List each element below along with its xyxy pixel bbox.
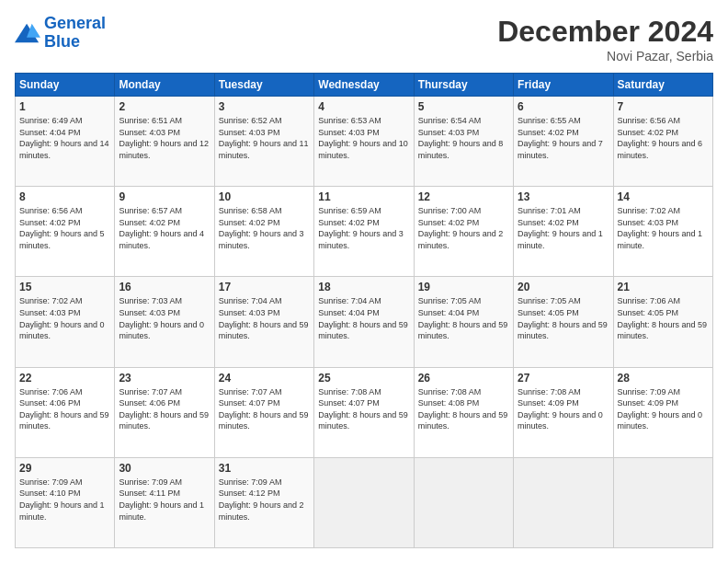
day-number: 2 <box>119 100 210 113</box>
day-number: 24 <box>219 372 310 385</box>
calendar-day-cell: 6 Sunrise: 6:55 AM Sunset: 4:02 PM Dayli… <box>514 97 613 187</box>
day-number: 6 <box>518 100 609 113</box>
day-number: 8 <box>19 190 110 203</box>
day-info: Sunrise: 6:58 AM Sunset: 4:02 PM Dayligh… <box>219 205 310 251</box>
day-number: 18 <box>318 281 409 293</box>
col-monday: Monday <box>115 74 214 97</box>
day-number: 25 <box>318 372 409 385</box>
day-info: Sunrise: 6:55 AM Sunset: 4:02 PM Dayligh… <box>518 115 609 161</box>
calendar-day-cell: 11 Sunrise: 6:59 AM Sunset: 4:02 PM Dayl… <box>314 187 414 277</box>
day-number: 28 <box>618 372 709 385</box>
calendar-day-cell: 7 Sunrise: 6:56 AM Sunset: 4:02 PM Dayli… <box>613 97 712 187</box>
day-info: Sunrise: 6:53 AM Sunset: 4:03 PM Dayligh… <box>318 115 409 161</box>
col-tuesday: Tuesday <box>214 74 313 97</box>
calendar-day-cell: 12 Sunrise: 7:00 AM Sunset: 4:02 PM Dayl… <box>414 187 513 277</box>
logo-line1: General <box>44 14 106 32</box>
calendar-day-cell: 14 Sunrise: 7:02 AM Sunset: 4:03 PM Dayl… <box>613 187 712 277</box>
day-number: 21 <box>618 281 709 293</box>
col-sunday: Sunday <box>16 74 115 97</box>
calendar-day-cell: 25 Sunrise: 7:08 AM Sunset: 4:07 PM Dayl… <box>314 367 414 457</box>
day-number: 29 <box>19 462 110 475</box>
day-info: Sunrise: 7:08 AM Sunset: 4:07 PM Dayligh… <box>318 386 409 432</box>
calendar-day-cell: 8 Sunrise: 6:56 AM Sunset: 4:02 PM Dayli… <box>16 187 115 277</box>
day-number: 3 <box>219 100 310 113</box>
day-number: 31 <box>219 462 310 475</box>
day-number: 13 <box>518 190 609 203</box>
calendar-day-cell <box>514 457 613 547</box>
col-saturday: Saturday <box>613 74 712 97</box>
day-info: Sunrise: 7:02 AM Sunset: 4:03 PM Dayligh… <box>19 295 110 341</box>
calendar-day-cell: 23 Sunrise: 7:07 AM Sunset: 4:06 PM Dayl… <box>115 367 214 457</box>
day-number: 14 <box>618 190 709 203</box>
day-number: 22 <box>19 372 110 385</box>
calendar-day-cell: 20 Sunrise: 7:05 AM Sunset: 4:05 PM Dayl… <box>514 277 613 367</box>
month-title: December 2024 <box>497 15 713 49</box>
calendar-day-cell: 15 Sunrise: 7:02 AM Sunset: 4:03 PM Dayl… <box>16 277 115 367</box>
day-number: 23 <box>119 372 210 385</box>
day-info: Sunrise: 7:09 AM Sunset: 4:09 PM Dayligh… <box>618 386 709 432</box>
day-number: 10 <box>219 190 310 203</box>
day-number: 27 <box>518 372 609 385</box>
calendar-week-row: 29 Sunrise: 7:09 AM Sunset: 4:10 PM Dayl… <box>16 457 713 547</box>
day-info: Sunrise: 6:51 AM Sunset: 4:03 PM Dayligh… <box>119 115 210 161</box>
calendar-day-cell: 4 Sunrise: 6:53 AM Sunset: 4:03 PM Dayli… <box>314 97 414 187</box>
day-info: Sunrise: 7:08 AM Sunset: 4:09 PM Dayligh… <box>518 386 609 432</box>
day-number: 9 <box>119 190 210 203</box>
col-thursday: Thursday <box>414 74 513 97</box>
day-number: 19 <box>418 281 509 293</box>
day-info: Sunrise: 7:02 AM Sunset: 4:03 PM Dayligh… <box>618 205 709 251</box>
calendar-day-cell: 30 Sunrise: 7:09 AM Sunset: 4:11 PM Dayl… <box>115 457 214 547</box>
calendar-day-cell: 31 Sunrise: 7:09 AM Sunset: 4:12 PM Dayl… <box>214 457 313 547</box>
day-info: Sunrise: 7:08 AM Sunset: 4:08 PM Dayligh… <box>418 386 509 432</box>
day-number: 20 <box>518 281 609 293</box>
day-number: 30 <box>119 462 210 475</box>
calendar-table: Sunday Monday Tuesday Wednesday Thursday… <box>15 73 713 548</box>
calendar-week-row: 8 Sunrise: 6:56 AM Sunset: 4:02 PM Dayli… <box>16 187 713 277</box>
day-info: Sunrise: 7:04 AM Sunset: 4:03 PM Dayligh… <box>219 295 310 341</box>
day-info: Sunrise: 6:57 AM Sunset: 4:02 PM Dayligh… <box>119 205 210 251</box>
calendar-header-row: Sunday Monday Tuesday Wednesday Thursday… <box>16 74 713 97</box>
calendar-week-row: 22 Sunrise: 7:06 AM Sunset: 4:06 PM Dayl… <box>16 367 713 457</box>
logo-text: General Blue <box>44 15 106 52</box>
calendar-day-cell: 5 Sunrise: 6:54 AM Sunset: 4:03 PM Dayli… <box>414 97 513 187</box>
calendar-day-cell: 24 Sunrise: 7:07 AM Sunset: 4:07 PM Dayl… <box>214 367 313 457</box>
day-info: Sunrise: 6:54 AM Sunset: 4:03 PM Dayligh… <box>418 115 509 161</box>
calendar-day-cell: 22 Sunrise: 7:06 AM Sunset: 4:06 PM Dayl… <box>16 367 115 457</box>
title-area: December 2024 Novi Pazar, Serbia <box>497 15 713 63</box>
day-info: Sunrise: 6:56 AM Sunset: 4:02 PM Dayligh… <box>618 115 709 161</box>
header: General Blue December 2024 Novi Pazar, S… <box>15 15 713 63</box>
day-number: 1 <box>19 100 110 113</box>
calendar-day-cell: 17 Sunrise: 7:04 AM Sunset: 4:03 PM Dayl… <box>214 277 313 367</box>
calendar-day-cell: 27 Sunrise: 7:08 AM Sunset: 4:09 PM Dayl… <box>514 367 613 457</box>
calendar-day-cell: 19 Sunrise: 7:05 AM Sunset: 4:04 PM Dayl… <box>414 277 513 367</box>
day-info: Sunrise: 7:09 AM Sunset: 4:10 PM Dayligh… <box>19 477 110 523</box>
logo: General Blue <box>15 15 106 52</box>
day-info: Sunrise: 7:09 AM Sunset: 4:12 PM Dayligh… <box>219 477 310 523</box>
col-wednesday: Wednesday <box>314 74 414 97</box>
day-info: Sunrise: 7:09 AM Sunset: 4:11 PM Dayligh… <box>119 477 210 523</box>
day-info: Sunrise: 7:04 AM Sunset: 4:04 PM Dayligh… <box>318 295 409 341</box>
day-info: Sunrise: 7:05 AM Sunset: 4:04 PM Dayligh… <box>418 295 509 341</box>
day-number: 7 <box>618 100 709 113</box>
day-info: Sunrise: 7:01 AM Sunset: 4:02 PM Dayligh… <box>518 205 609 251</box>
calendar-day-cell: 28 Sunrise: 7:09 AM Sunset: 4:09 PM Dayl… <box>613 367 712 457</box>
day-number: 26 <box>418 372 509 385</box>
day-info: Sunrise: 7:06 AM Sunset: 4:06 PM Dayligh… <box>19 386 110 432</box>
col-friday: Friday <box>514 74 613 97</box>
day-info: Sunrise: 7:07 AM Sunset: 4:06 PM Dayligh… <box>119 386 210 432</box>
day-info: Sunrise: 6:49 AM Sunset: 4:04 PM Dayligh… <box>19 115 110 161</box>
day-number: 12 <box>418 190 509 203</box>
calendar-day-cell: 18 Sunrise: 7:04 AM Sunset: 4:04 PM Dayl… <box>314 277 414 367</box>
calendar-day-cell: 3 Sunrise: 6:52 AM Sunset: 4:03 PM Dayli… <box>214 97 313 187</box>
day-number: 15 <box>19 281 110 293</box>
calendar-day-cell: 29 Sunrise: 7:09 AM Sunset: 4:10 PM Dayl… <box>16 457 115 547</box>
calendar-day-cell: 1 Sunrise: 6:49 AM Sunset: 4:04 PM Dayli… <box>16 97 115 187</box>
day-info: Sunrise: 6:59 AM Sunset: 4:02 PM Dayligh… <box>318 205 409 251</box>
day-info: Sunrise: 6:52 AM Sunset: 4:03 PM Dayligh… <box>219 115 310 161</box>
calendar-day-cell: 2 Sunrise: 6:51 AM Sunset: 4:03 PM Dayli… <box>115 97 214 187</box>
calendar-day-cell: 10 Sunrise: 6:58 AM Sunset: 4:02 PM Dayl… <box>214 187 313 277</box>
day-number: 5 <box>418 100 509 113</box>
day-number: 16 <box>119 281 210 293</box>
day-number: 11 <box>318 190 409 203</box>
page: General Blue December 2024 Novi Pazar, S… <box>0 0 728 563</box>
